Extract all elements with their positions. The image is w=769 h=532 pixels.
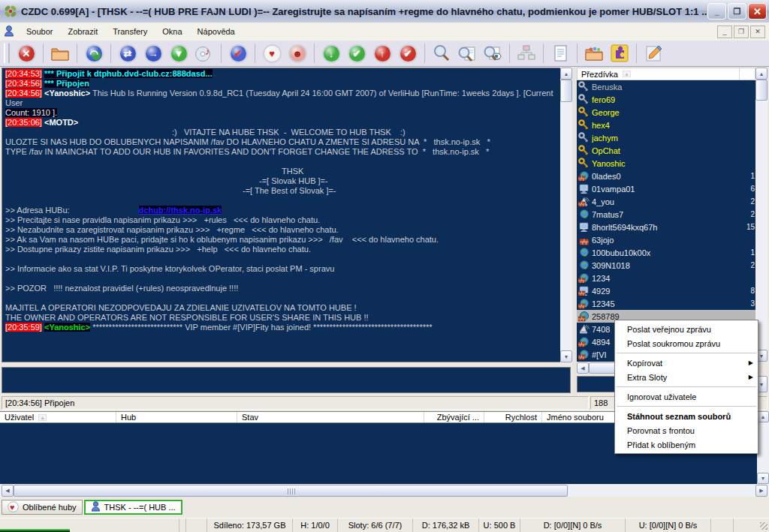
- favorite-users-button[interactable]: ☻: [286, 42, 309, 65]
- user-list-item[interactable]: Beruska: [577, 80, 755, 93]
- user-list-item[interactable]: 1234: [577, 272, 755, 284]
- user-list-item[interactable]: 7matus72: [577, 208, 755, 221]
- mdi-close-button[interactable]: ✕: [750, 26, 765, 38]
- download-queue-button[interactable]: ↓: [320, 42, 342, 65]
- userlist-scrollbar[interactable]: ▲ ▼: [755, 68, 767, 362]
- user-list-item[interactable]: 0lades01: [577, 170, 755, 182]
- user-list-item[interactable]: 100bubu10k00x1: [577, 246, 755, 259]
- main-scroll-left-icon[interactable]: ◀: [2, 485, 14, 497]
- userlist-column-divider[interactable]: [739, 68, 740, 80]
- window-tab-hub[interactable]: THSK - --=( HUB ...: [84, 500, 182, 515]
- waiting-users-button[interactable]: ↑: [371, 42, 394, 65]
- user-list-item[interactable]: fero69: [577, 93, 755, 106]
- refresh-hublist-button[interactable]: ▼: [167, 42, 190, 65]
- user-list-item[interactable]: 123453: [577, 297, 755, 310]
- user-list-item[interactable]: jachym: [577, 131, 755, 144]
- adl-search-button[interactable]: [456, 42, 478, 65]
- key-gold-icon: [578, 107, 590, 118]
- away-button[interactable]: [642, 42, 665, 65]
- user-list-item[interactable]: Yanoshic: [577, 157, 755, 170]
- user-nick: 12345: [592, 299, 750, 308]
- timestamp: [20:35:59]: [5, 323, 42, 332]
- key-gray-icon: [578, 81, 590, 92]
- menu-item-okna[interactable]: Okna: [155, 25, 189, 38]
- open-filelist-button-icon: [50, 45, 70, 62]
- menu-item-label: Poslat soukromou zprávu: [627, 339, 720, 348]
- userlist-header[interactable]: Přezdívka ▲: [577, 68, 755, 80]
- transfers-column-header[interactable]: Rychlost: [484, 412, 542, 422]
- globe-fw-icon: [578, 272, 590, 284]
- transfers-scroll-down-icon[interactable]: ▼: [757, 473, 769, 484]
- menu-item-soubor[interactable]: Soubor: [19, 25, 60, 38]
- chat-scroll-down-icon[interactable]: ▼: [560, 350, 572, 362]
- taskbar-edge: [0, 529, 70, 532]
- network-statistics-button[interactable]: [515, 42, 538, 65]
- public-hubs-button[interactable]: ◠: [83, 42, 105, 65]
- search-spy-button[interactable]: [481, 42, 504, 65]
- context-menu-item[interactable]: Poslat soukromou zprávu: [615, 336, 758, 350]
- open-filelist-button[interactable]: [49, 42, 71, 65]
- favorite-hubs-button[interactable]: ♥: [261, 42, 283, 65]
- chat-line: [5, 274, 560, 284]
- userlist-scroll-up-icon[interactable]: ▲: [755, 68, 767, 80]
- notepad-button[interactable]: [549, 42, 571, 65]
- settings-button[interactable]: [583, 42, 605, 65]
- main-scroll-right-icon[interactable]: ▶: [755, 485, 767, 497]
- transfers-column-header[interactable]: Hub: [116, 412, 237, 422]
- chat-scrollbar[interactable]: ▲ ▼: [560, 68, 572, 362]
- transfers-column-header[interactable]: Jméno souboru: [542, 412, 625, 422]
- window-tab-favorite-hubs[interactable]: ♥Oblíbené huby: [2, 500, 83, 515]
- main-chat[interactable]: [20:34:53] *** Připojit k dtphub.dvd-clu…: [2, 68, 560, 362]
- user-list-item[interactable]: 309N10182: [577, 259, 755, 272]
- user-list-item[interactable]: OpChat: [577, 144, 755, 157]
- user-list-item[interactable]: 01vampa016: [577, 182, 755, 195]
- userlist-scroll-thumb[interactable]: [755, 80, 767, 101]
- chat-line: >> POZOR !!!! neznalost pravidiel (+rule…: [5, 284, 560, 293]
- follow-redirect-button[interactable]: →: [142, 42, 164, 65]
- media-button[interactable]: ♪: [193, 42, 216, 65]
- user-list-item[interactable]: hex4: [577, 119, 755, 131]
- main-hscrollbar[interactable]: ◀ ▶: [0, 485, 769, 497]
- minimize-button[interactable]: _: [707, 3, 726, 20]
- main-hscroll-thumb[interactable]: [14, 485, 568, 497]
- chat-scroll-thumb[interactable]: [560, 80, 572, 102]
- user-list-item[interactable]: 49298: [577, 284, 755, 297]
- user-list-item[interactable]: 8horlt5694kxq67h15: [577, 221, 755, 233]
- reconnect-button[interactable]: ⇄: [116, 42, 139, 65]
- context-menu-item[interactable]: Poslat veřejnou zprávu: [615, 322, 758, 336]
- context-menu-item[interactable]: Extra Sloty▶: [615, 370, 758, 384]
- search-button[interactable]: [430, 42, 453, 65]
- status-cell: Sloty: 6/6 (7/7): [337, 518, 412, 532]
- chat-scroll-up-icon[interactable]: ▲: [560, 68, 572, 80]
- transfers-scroll-up-icon[interactable]: ▲: [757, 411, 769, 422]
- context-menu-item[interactable]: Porovnat s frontou: [615, 423, 758, 437]
- user-list-item[interactable]: George: [577, 106, 755, 119]
- menu-item-zobrazit[interactable]: Zobrazit: [60, 25, 105, 38]
- mdi-restore-button[interactable]: ❐: [734, 26, 749, 38]
- connect-button[interactable]: ✕: [15, 42, 38, 65]
- transfers-column-header[interactable]: Stav: [237, 412, 424, 422]
- context-menu-item[interactable]: Ignorovat uživatele: [615, 389, 758, 404]
- plugins-button[interactable]: [608, 42, 631, 65]
- finished-downloads-button[interactable]: ✔: [345, 42, 368, 65]
- transfers-column-header[interactable]: Uživatel▲: [0, 412, 116, 422]
- restore-button[interactable]: ❐: [728, 3, 746, 20]
- mdi-minimize-button[interactable]: _: [717, 26, 732, 38]
- context-menu-item[interactable]: Kopírovat▶: [615, 356, 758, 370]
- transfers-column-header[interactable]: Zbývající ...: [424, 412, 484, 422]
- transfers-scrollbar[interactable]: ▲ ▼: [757, 411, 769, 484]
- context-menu-item[interactable]: Přidat k oblíbeným: [615, 437, 758, 452]
- close-button[interactable]: ✕: [748, 3, 767, 20]
- hub-address-link[interactable]: dchub://thsk.no-ip.sk: [139, 206, 222, 215]
- menu-item-transfery[interactable]: Transfery: [105, 25, 155, 38]
- message-input[interactable]: [2, 367, 571, 393]
- context-menu-item[interactable]: Stáhnout seznam souborů: [615, 409, 758, 423]
- resize-grip[interactable]: [760, 522, 767, 530]
- favorites-check-button[interactable]: ✔: [227, 42, 249, 65]
- user-list-item[interactable]: 63jojo: [577, 233, 755, 246]
- finished-uploads-button[interactable]: ✔: [397, 42, 419, 65]
- user-list-item[interactable]: 4_you2: [577, 195, 755, 208]
- menu-item-nápověda[interactable]: Nápověda: [190, 25, 243, 38]
- userlist-scroll-left-icon[interactable]: ◀: [577, 362, 589, 374]
- toolbar-grip[interactable]: [4, 44, 10, 63]
